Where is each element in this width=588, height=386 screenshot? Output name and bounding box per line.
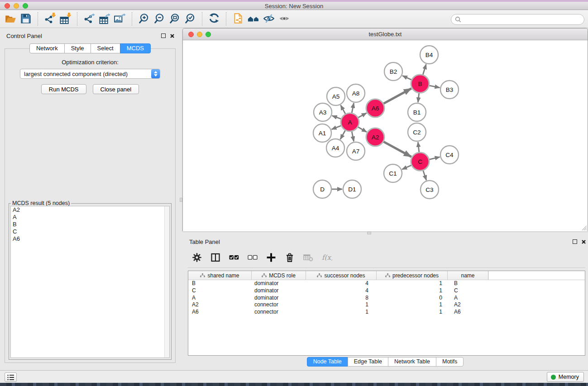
save-session-button[interactable] [18,12,33,26]
column-header-MCDS-role[interactable]: MCDS role [252,271,306,280]
edge-A-A6[interactable] [358,113,366,118]
refresh-network-button[interactable] [206,12,222,26]
edge-A-A1[interactable] [332,126,341,129]
vertical-splitter-handle[interactable] [180,198,182,202]
edge-C-C2[interactable] [418,142,419,152]
table-cell[interactable]: A [188,295,252,302]
table-row[interactable]: Bdominator41B [188,280,585,287]
table-cell[interactable]: 0 [377,295,448,302]
zoom-fit-button[interactable] [167,12,182,26]
edge-C-C3[interactable] [423,171,426,180]
table-cell[interactable]: B [188,280,252,287]
tab-mcds[interactable]: MCDS [120,43,151,53]
tab-network-table[interactable]: Network Table [388,357,436,367]
hide-selected-button[interactable] [261,12,277,26]
mcds-result-item[interactable]: A [11,214,169,221]
edge-A6-B[interactable] [383,89,411,104]
edge-B-B3[interactable] [430,86,440,88]
float-panel-icon[interactable] [161,33,166,38]
edge-C-C4[interactable] [430,157,440,159]
tab-select[interactable]: Select [91,43,120,53]
import-network-button[interactable] [42,12,57,26]
export-network-button[interactable] [81,12,97,26]
table-cell[interactable]: A2 [448,301,488,309]
create-column-button[interactable] [265,252,277,265]
split-panel-button[interactable] [209,252,222,265]
export-table-button[interactable] [97,12,112,26]
network-canvas[interactable]: AA1A2A3A4A5A6A7A8BB1B2B3B4CC1C2C3C4DD1 [183,40,588,231]
zoom-out-button[interactable] [152,12,167,26]
table-cell[interactable]: 8 [306,295,377,302]
tab-edge-table[interactable]: Edge Table [348,357,388,367]
import-table-button[interactable] [57,12,73,26]
network-window-titlebar[interactable]: testGlobe.txt [183,29,588,40]
table-cell[interactable]: B [448,280,488,287]
resize-grip-icon[interactable] [581,225,587,231]
table-cell[interactable]: A6 [188,309,252,316]
table-cell[interactable]: 4 [306,280,377,287]
close-panel-icon[interactable] [169,33,175,38]
table-cell[interactable]: 1 [306,309,377,316]
memory-button[interactable]: Memory [547,372,584,382]
select-all-columns-button[interactable] [228,252,240,265]
table-cell[interactable]: A6 [448,309,488,316]
tab-motifs[interactable]: Motifs [436,357,464,367]
export-image-button[interactable] [112,12,128,26]
table-row[interactable]: Adominator80A [188,295,585,302]
edge-A-A8[interactable] [352,103,354,113]
table-close-panel-icon[interactable] [581,239,586,244]
edge-C-C1[interactable] [402,165,411,169]
table-cell[interactable]: dominator [252,280,306,287]
table-cell[interactable]: C [188,287,252,295]
edge-B-B1[interactable] [418,93,419,102]
table-cell[interactable]: 1 [377,287,448,295]
table-cell[interactable]: dominator [252,287,306,295]
tab-node-table[interactable]: Node Table [307,357,348,367]
show-all-button[interactable] [277,12,292,26]
delete-columns-button[interactable] [283,252,296,265]
table-float-panel-icon[interactable] [573,239,577,244]
edge-A-A4[interactable] [340,130,345,139]
mcds-result-item[interactable]: C [11,228,169,235]
edge-B-B4[interactable] [423,64,426,75]
table-cell[interactable]: 1 [306,301,377,309]
horizontal-splitter-handle[interactable] [367,232,371,234]
table-row[interactable]: Cdominator41C [188,287,585,295]
new-network-from-selection-button[interactable] [230,12,246,26]
table-cell[interactable]: connector [252,301,306,309]
zoom-selected-button[interactable] [182,12,198,26]
tab-style[interactable]: Style [64,43,91,53]
edge-A-A5[interactable] [341,105,346,114]
mcds-result-item[interactable]: B [11,221,169,228]
task-history-button[interactable] [5,372,17,382]
edge-A-A7[interactable] [352,132,354,142]
edge-A-A3[interactable] [332,116,341,119]
run-mcds-button[interactable]: Run MCDS [41,84,86,94]
first-neighbors-button[interactable] [246,12,261,26]
result-scrollbar[interactable] [164,206,169,357]
deselect-all-columns-button[interactable] [246,252,259,265]
open-session-button[interactable] [3,12,18,26]
table-cell[interactable]: connector [252,309,306,316]
search-field[interactable] [451,14,584,25]
table-row[interactable]: A6connector11A6 [188,309,585,316]
edge-A-A2[interactable] [358,127,367,132]
column-header-predecessor-nodes[interactable]: predecessor nodes [377,271,448,280]
table-cell[interactable]: 4 [306,287,377,295]
table-row[interactable]: A2connector11A2 [188,301,585,309]
criterion-dropdown[interactable]: largest connected component (directed) [20,69,160,79]
table-settings-button[interactable] [191,252,203,265]
table-cell[interactable]: dominator [252,295,306,302]
search-input[interactable] [464,16,580,23]
mcds-result-item[interactable]: A6 [11,235,169,243]
column-header-shared-name[interactable]: shared name [188,271,252,280]
table-cell[interactable]: 1 [377,309,448,316]
table-cell[interactable]: A2 [188,301,252,309]
table-cell[interactable]: 1 [377,280,448,287]
edge-B-B2[interactable] [402,76,411,80]
column-header-name[interactable]: name [448,271,488,280]
table-cell[interactable]: C [448,287,488,295]
mcds-result-item[interactable]: A2 [11,206,169,214]
tab-network[interactable]: Network [29,43,65,53]
mcds-result-list[interactable]: A2ABCA6 [10,206,170,358]
